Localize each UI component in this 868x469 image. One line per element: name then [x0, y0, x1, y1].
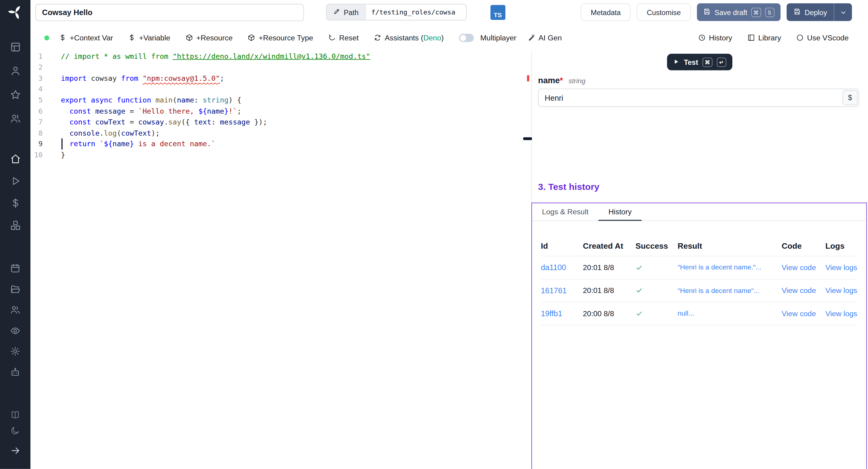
user-icon [10, 65, 21, 76]
code-line: } [61, 150, 531, 160]
run-id-link[interactable]: da1100 [541, 263, 583, 272]
history-row: da110020:01 8/8"Henri is a decent name."… [541, 256, 858, 279]
calendar-icon [10, 263, 21, 274]
use-vscode-button[interactable]: Use VScode [796, 33, 849, 42]
args-form: name * string $ [538, 75, 859, 107]
line-number: 4 [30, 84, 42, 95]
path-group: Path [326, 4, 467, 21]
add-resource-type-button[interactable]: +Resource Type [248, 33, 313, 42]
add-variable-button[interactable]: +Variable [128, 33, 170, 42]
add-resource-button[interactable]: +Resource [185, 33, 233, 42]
multiplayer-label: Multiplayer [480, 33, 516, 42]
ai-gen-button[interactable]: AI Gen [527, 33, 562, 42]
sidebar-expand-button[interactable] [0, 444, 30, 457]
edit-path-button[interactable]: Path [327, 4, 365, 20]
test-history-title: 3. Test history [538, 182, 867, 192]
sidebar-item-members[interactable] [0, 106, 30, 130]
line-number: 9 [30, 139, 42, 150]
result-link[interactable]: "Henri is a decent name."... [678, 264, 781, 272]
view-code-link[interactable]: View code [781, 263, 825, 272]
deploy-button[interactable]: Deploy [786, 3, 834, 21]
view-logs-link[interactable]: View logs [826, 286, 858, 295]
sidebar-item-profile[interactable] [0, 59, 30, 83]
panel-resize-handle[interactable] [523, 137, 532, 140]
line-number: 2 [30, 62, 42, 73]
windmill-script-editor: Path TS Metadata Customise Save draft ⌘ … [0, 0, 868, 469]
history-button[interactable]: History [698, 33, 733, 42]
script-name-input[interactable] [36, 4, 304, 21]
path-input[interactable] [365, 4, 466, 20]
preview-panel: Test ⌘ ↵ name * string $ [531, 51, 867, 469]
view-code-link[interactable]: View code [781, 286, 825, 295]
save-draft-label: Save draft [715, 8, 747, 17]
sidebar-item-apps[interactable] [0, 35, 30, 59]
dollar-icon [128, 34, 136, 41]
package-icon [248, 34, 255, 41]
field-type: string [568, 77, 585, 85]
users-icon [10, 305, 21, 315]
result-link[interactable]: "Henri is a decent name"... [678, 287, 781, 294]
sidebar-item-variables[interactable] [0, 192, 30, 214]
folder-icon [10, 284, 21, 294]
view-logs-link[interactable]: View logs [826, 309, 858, 318]
sidebar-item-docs[interactable] [0, 407, 30, 422]
eye-icon [10, 325, 21, 336]
sidebar-item-audit-logs[interactable] [0, 320, 30, 341]
editor-content: 12345678910 // import * as wmill from "h… [30, 51, 868, 469]
package-icon [185, 34, 193, 41]
kbd-enter: ↵ [717, 57, 726, 67]
kbd-s: S [765, 7, 774, 17]
sidebar-item-home[interactable] [0, 148, 30, 170]
toolbar-left: +Context Var+Variable+Resource+Resource … [59, 33, 577, 42]
vscode-icon [796, 34, 804, 41]
tab-history[interactable]: History [598, 203, 642, 220]
run-id-link[interactable]: 19ffb1 [541, 309, 583, 318]
topbar: Path TS Metadata Customise Save draft ⌘ … [30, 0, 868, 24]
code-area: // import * as wmill from "https://deno.… [61, 51, 531, 469]
metadata-button[interactable]: Metadata [581, 3, 631, 21]
view-code-link[interactable]: View code [781, 309, 825, 318]
assistants-button[interactable]: Assistants (Deno) [374, 33, 444, 42]
sidebar-item-resources[interactable] [0, 214, 30, 236]
line-number: 8 [30, 128, 42, 139]
column-header: Logs [826, 241, 858, 250]
test-button[interactable]: Test ⌘ ↵ [667, 54, 732, 70]
line-number: 6 [30, 106, 42, 117]
line-number: 3 [30, 73, 42, 84]
sidebar-item-favorites[interactable] [0, 83, 30, 106]
reset-button[interactable]: Reset [328, 33, 359, 42]
customise-button[interactable]: Customise [637, 3, 691, 21]
code-line: console.log(cowText); [61, 128, 531, 139]
windmill-logo-icon[interactable] [0, 0, 30, 24]
deploy-options-button[interactable] [834, 3, 852, 21]
multiplayer-toggle[interactable] [459, 33, 474, 42]
sidebar-item-runs[interactable] [0, 170, 30, 192]
save-draft-button[interactable]: Save draft ⌘ S [697, 3, 780, 21]
created-at: 20:01 8/8 [583, 263, 635, 272]
tab-logs-result[interactable]: Logs & Result [532, 203, 598, 220]
history-row: 16176120:01 8/8"Henri is a decent name".… [541, 279, 858, 302]
name-arg-input[interactable] [538, 89, 859, 107]
view-logs-link[interactable]: View logs [826, 263, 858, 272]
code-line [61, 84, 531, 95]
sidebar-item-dark-mode[interactable] [0, 422, 30, 438]
sidebar-item-workers[interactable] [0, 362, 30, 382]
result-link[interactable]: null... [678, 310, 781, 317]
status-dot-icon [44, 35, 50, 40]
sidebar-item-folders[interactable] [0, 279, 30, 300]
sidebar-item-settings[interactable] [0, 341, 30, 362]
sidebar-nav [0, 24, 30, 438]
sidebar-item-groups[interactable] [0, 300, 30, 320]
field-name: name [538, 75, 560, 85]
library-button[interactable]: Library [747, 33, 781, 42]
required-asterisk: * [560, 75, 563, 85]
deploy-label: Deploy [805, 8, 827, 17]
run-id-link[interactable]: 161761 [541, 286, 583, 295]
code-line: return `${name} is a decent name.` [61, 139, 531, 150]
add-context-var-button[interactable]: +Context Var [59, 33, 113, 42]
insert-variable-button[interactable]: $ [843, 90, 858, 105]
created-at: 20:00 8/8 [583, 309, 635, 318]
sidebar-item-schedules[interactable] [0, 258, 30, 279]
test-label: Test [684, 58, 698, 66]
code-editor[interactable]: 12345678910 // import * as wmill from "h… [30, 51, 531, 469]
